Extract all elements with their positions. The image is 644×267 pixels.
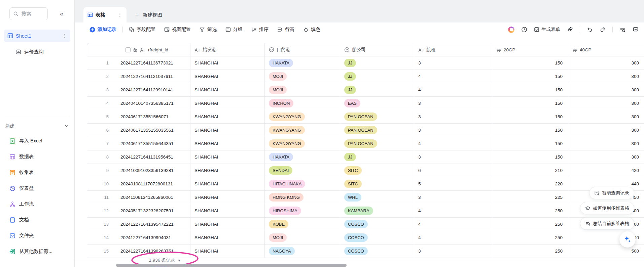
cell-carrier[interactable]: JJ xyxy=(340,83,414,96)
cell-voyage[interactable]: 3 xyxy=(414,110,492,123)
cell-dest-port[interactable]: KWANGYANG xyxy=(265,124,340,137)
cell-origin-port[interactable]: SHANGHAI xyxy=(190,97,265,110)
cell-rfreight-id[interactable]: 6202406171355155035561 xyxy=(87,124,190,137)
cell-carrier[interactable]: PAN OCEAN xyxy=(340,137,414,150)
cell-40gp[interactable]: 420 xyxy=(568,164,644,177)
cell-rfreight-id[interactable]: 10202401081117072800131 xyxy=(87,177,190,190)
cell-carrier[interactable]: COSCO xyxy=(340,231,414,244)
cell-rfreight-id[interactable]: 4202404101407356385171 xyxy=(87,97,190,110)
cell-rfreight-id[interactable]: 52024061713551566071 xyxy=(87,110,190,123)
cell-voyage[interactable]: 4 xyxy=(414,83,492,96)
cell-20gp[interactable]: 150 xyxy=(492,97,568,110)
sidebar-create-document[interactable]: 文档 xyxy=(0,212,74,228)
cell-rfreight-id[interactable]: 11202411061341265860061 xyxy=(87,191,190,204)
how-to-use-button[interactable]: 如何使用多维表格 xyxy=(580,202,634,214)
cell-dest-port[interactable]: MOJI xyxy=(265,70,340,83)
cell-origin-port[interactable]: SHANGHAI xyxy=(190,56,265,70)
cell-rfreight-id[interactable]: 9202410091023356139281 xyxy=(87,164,190,177)
ai-sparkle-fab[interactable] xyxy=(619,231,636,248)
column-header-始发港[interactable]: 始发港 xyxy=(190,43,265,56)
sidebar-create-folder[interactable]: 文件夹 xyxy=(0,228,74,243)
cell-origin-port[interactable]: SHANGHAI xyxy=(190,204,265,217)
cell-40gp[interactable]: 500 xyxy=(568,244,644,258)
cell-carrier[interactable]: COSCO xyxy=(340,218,414,231)
column-header-船公司[interactable]: 船公司 xyxy=(340,43,414,56)
cell-voyage[interactable]: 3 xyxy=(414,124,492,137)
cell-20gp[interactable]: 250 xyxy=(492,218,568,231)
cell-rfreight-id[interactable]: 3202412271641129910141 xyxy=(87,83,190,96)
fill-color-button[interactable]: 填色 xyxy=(303,27,320,33)
cell-20gp[interactable]: 150 xyxy=(492,56,568,70)
cell-rfreight-id[interactable]: 13202412271641395472221 xyxy=(87,218,190,231)
cell-dest-port[interactable]: SENDAI xyxy=(265,164,340,177)
cell-dest-port[interactable]: INCHON xyxy=(265,97,340,110)
cell-rfreight-id[interactable]: 12202405171322328207591 xyxy=(87,204,190,217)
cell-origin-port[interactable]: SHANGHAI xyxy=(190,150,265,164)
cell-20gp[interactable]: 150 xyxy=(492,70,568,83)
cell-rfreight-id[interactable]: 8202412271641131956451 xyxy=(87,150,190,164)
cell-origin-port[interactable]: SHANGHAI xyxy=(190,110,265,123)
cell-40gp[interactable]: 300 xyxy=(568,137,644,150)
column-header-目的港[interactable]: 目的港 xyxy=(265,43,340,56)
cell-40gp[interactable]: 300 xyxy=(568,110,644,123)
collapse-sidebar-icon[interactable]: « xyxy=(60,10,64,17)
cell-carrier[interactable]: COSCO xyxy=(340,244,414,258)
cell-40gp[interactable]: 300 xyxy=(568,124,644,137)
cell-40gp[interactable]: 300 xyxy=(568,150,644,164)
tab-grid-view[interactable]: 表格 ⋮ xyxy=(83,7,127,23)
cell-20gp[interactable]: 150 xyxy=(492,110,568,123)
cell-20gp[interactable]: 150 xyxy=(492,83,568,96)
cell-dest-port[interactable]: MOJI xyxy=(265,231,340,244)
cell-origin-port[interactable]: SHANGHAI xyxy=(190,191,265,204)
column-header-rfreight_id[interactable]: rfreight_id xyxy=(87,43,190,56)
select-all-checkbox[interactable] xyxy=(126,47,131,52)
cell-voyage[interactable]: 3 xyxy=(414,244,492,258)
sidebar-item-sheet1[interactable]: Sheet1 ⋮ xyxy=(4,30,70,42)
cell-voyage[interactable]: 5 xyxy=(414,177,492,190)
cell-dest-port[interactable]: NAGOYA xyxy=(265,244,340,258)
history-icon[interactable] xyxy=(521,27,527,33)
cell-carrier[interactable]: SITC xyxy=(340,177,414,190)
sidebar-create-datasheet[interactable]: 数据表 xyxy=(0,149,74,165)
cell-origin-port[interactable]: SHANGHAI xyxy=(190,70,265,83)
add-record-button[interactable]: 添加记录 xyxy=(90,27,116,33)
cell-dest-port[interactable]: HONG KONG xyxy=(265,191,340,204)
redo-icon[interactable] xyxy=(600,27,606,33)
cell-rfreight-id[interactable]: 2202412271641121037611 xyxy=(87,70,190,83)
cell-origin-port[interactable]: SHANGHAI xyxy=(190,137,265,150)
filter-button[interactable]: 筛选 xyxy=(200,27,217,33)
cell-voyage[interactable]: 4 xyxy=(414,70,492,83)
field-config-button[interactable]: 字段配置 xyxy=(129,27,155,33)
cell-20gp[interactable]: 250 xyxy=(492,244,568,258)
sidebar-create-datasource[interactable]: 从其他数据源... xyxy=(0,243,74,259)
cell-rfreight-id[interactable]: 1202412271641136773021 xyxy=(87,56,190,70)
cell-voyage[interactable]: 4 xyxy=(414,218,492,231)
cell-voyage[interactable]: 4 xyxy=(414,204,492,217)
column-header-40GP[interactable]: 40GP xyxy=(568,43,644,56)
cell-20gp[interactable]: 210 xyxy=(492,164,568,177)
cell-40gp[interactable]: 300 xyxy=(568,70,644,83)
cell-40gp[interactable]: 300 xyxy=(568,56,644,70)
cell-voyage[interactable]: 4 xyxy=(414,231,492,244)
cell-20gp[interactable]: 220 xyxy=(492,177,568,190)
cell-voyage[interactable]: 3 xyxy=(414,191,492,204)
cell-rfreight-id[interactable]: 1420241227164139994031 xyxy=(87,231,190,244)
cell-20gp[interactable]: 150 xyxy=(492,124,568,137)
cell-carrier[interactable]: EAS xyxy=(340,97,414,110)
sidebar-item-freight-query[interactable]: 运价查询 xyxy=(4,46,70,57)
cell-voyage[interactable]: 3 xyxy=(414,97,492,110)
cell-voyage[interactable]: 4 xyxy=(414,137,492,150)
cell-carrier[interactable]: KAMBARA xyxy=(340,204,414,217)
summarize-table-button[interactable]: 总结当前多维表格 xyxy=(580,217,634,230)
cell-20gp[interactable]: 150 xyxy=(492,150,568,164)
sidebar-create-import-excel[interactable]: 导入 Excel xyxy=(0,133,74,149)
cell-dest-port[interactable]: KWANGYANG xyxy=(265,110,340,123)
sort-button[interactable]: 排序 xyxy=(251,27,269,33)
cell-carrier[interactable]: PAN OCEAN xyxy=(340,110,414,123)
tab-more-icon[interactable]: ⋮ xyxy=(117,12,122,18)
cell-voyage[interactable]: 6 xyxy=(414,164,492,177)
cell-40gp[interactable]: 300 xyxy=(568,83,644,96)
sidebar-create-collect-form[interactable]: 收集表 xyxy=(0,165,74,180)
cell-carrier[interactable]: JJ xyxy=(340,70,414,83)
cell-dest-port[interactable]: HITACHINAKA xyxy=(265,177,340,190)
